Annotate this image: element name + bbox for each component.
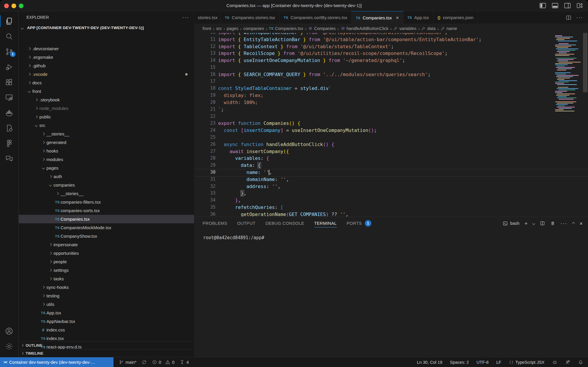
code-line-35[interactable]: 35 refetchQueries: [ [194,204,588,211]
status-radio-tower[interactable]: 4 [180,360,189,365]
tree-folder-node-modules[interactable]: node_modules [19,104,194,113]
line-number[interactable]: 29 [194,162,218,169]
code-line-29[interactable]: 29 data: { [194,162,588,169]
code-line-16[interactable]: 16import { SEARCH_COMPANY_QUERY } from '… [194,71,588,78]
status-lf[interactable]: LF [496,360,501,365]
tree-folder--ergomake[interactable]: .ergomake [19,53,194,61]
tree-file-companyshow-tsx[interactable]: TSCompanyShow.tsx [19,232,194,240]
new-terminal-icon[interactable]: + [524,221,528,226]
line-number[interactable]: 19 [194,92,218,99]
breadcrumb-item-variables[interactable]: variables [393,26,416,31]
breadcrumb-item-companies[interactable]: companies [243,26,264,31]
tree-folder-modules[interactable]: modules [19,155,194,164]
code-line-22[interactable]: 22 [194,113,588,120]
tree-file-companies-sorts-tsx[interactable]: TScompanies-sorts.tsx [19,206,194,215]
activity-remote-explorer-button[interactable] [0,90,19,105]
code-line-28[interactable]: 28 variables: { [194,155,588,162]
tree-file-app-tsx[interactable]: TSApp.tsx [19,309,194,317]
code-line-32[interactable]: 32 address: '', [194,183,588,190]
code-line-10[interactable]: 10import { WithTopBarContainer } from '@… [194,33,588,36]
line-number[interactable]: 11 [194,36,218,43]
code-line-15[interactable]: 15 [194,64,588,71]
panel-tab-debug-console[interactable]: DEBUG CONSOLE [265,217,304,230]
tree-folder-companies[interactable]: companies [19,181,194,189]
minimap[interactable] [554,33,581,217]
code-line-31[interactable]: 31 domainName: '', [194,176,588,183]
activity-dev-container-button[interactable] [0,120,19,136]
tree-folder-front[interactable]: front [19,87,194,95]
split-terminal-icon[interactable] [540,221,545,226]
line-number[interactable]: 30 [194,169,218,176]
breadcrumb-item-data[interactable]: data [421,26,435,31]
tree-file-companies-tsx[interactable]: TSCompanies.tsx [19,215,194,223]
code-line-33[interactable]: 33 }, [194,190,588,197]
line-number[interactable]: 34 [194,197,218,204]
code-line-18[interactable]: 18const StyledTableContainer = styled.di… [194,85,588,92]
close-panel-icon[interactable]: × [579,221,583,226]
code-line-26[interactable]: 26 async function handleAddButtonClick()… [194,141,588,148]
line-number[interactable]: 16 [194,71,218,78]
line-number[interactable]: 31 [194,176,218,183]
status-feedback[interactable] [565,360,570,365]
code-line-13[interactable]: 13import { RecoilScope } from '@/ui/util… [194,50,588,57]
activity-extensions-button[interactable] [0,75,19,90]
line-number[interactable]: 24 [194,127,218,134]
tab-companies-json[interactable]: {}companies.json [433,11,478,24]
toggle-secondary-sidebar-icon[interactable] [563,1,572,10]
toggle-panel-icon[interactable] [551,1,559,10]
explorer-more-icon[interactable]: ··· [182,14,189,21]
activity-source-control-button[interactable]: 1 [0,44,19,59]
status-branch[interactable]: main* [119,360,136,365]
line-number[interactable]: 22 [194,113,218,120]
line-number[interactable]: 12 [194,43,218,50]
tree-folder-sync-hooks[interactable]: sync-hooks [19,283,194,291]
tree-folder-settings[interactable]: settings [19,266,194,274]
breadcrumb-item-pages[interactable]: pages [227,26,238,31]
line-number[interactable]: 20 [194,99,218,106]
tree-file-appnavbar-tsx[interactable]: TSAppNavbar.tsx [19,317,194,326]
line-number[interactable]: 35 [194,204,218,211]
code-line-12[interactable]: 12import { TableContext } from '@/ui/tab… [194,43,588,50]
line-number[interactable]: 18 [194,85,218,92]
editor-more-icon[interactable]: ··· [576,14,583,21]
activity-comments-button[interactable] [0,151,19,166]
tree-folder-pages[interactable]: pages [19,164,194,172]
activity-search-button[interactable] [0,29,19,44]
line-number[interactable]: 23 [194,120,218,127]
tree-folder-src[interactable]: src [19,121,194,130]
maximize-panel-icon[interactable] [572,222,574,224]
line-number[interactable]: 36 [194,211,218,217]
tab-companies-tsx[interactable]: TSCompanies.tsx× [352,11,403,24]
breadcrumb-item-src[interactable]: src [216,26,222,31]
line-number[interactable]: 13 [194,50,218,57]
terminal-content[interactable]: root@0a42ecd84891:/app# [194,230,588,240]
status-spaces-2[interactable]: Spaces: 2 [450,360,469,365]
status-typescript-jsx[interactable]: TypeScript JSX [509,360,544,365]
tree-folder-docs[interactable]: docs [19,78,194,87]
code-line-27[interactable]: 27 await insertCompany({ [194,148,588,155]
activity-account-button[interactable] [0,324,19,339]
activity-settings-gear-button[interactable] [0,339,19,354]
tree-folder--github[interactable]: .github [19,61,194,70]
code-line-17[interactable]: 17 [194,78,588,85]
code-line-19[interactable]: 19 display: flex; [194,92,588,99]
timeline-section[interactable]: TIMELINE [19,349,194,357]
breadcrumb-item-companies-tsx[interactable]: TSCompanies.tsx [269,26,303,31]
breadcrumb-item-companies[interactable]: Companies [308,26,335,31]
line-number[interactable]: 26 [194,141,218,148]
tree-folder-opportunities[interactable]: opportunities [19,249,194,257]
status-sync[interactable] [142,360,147,365]
status-bell[interactable] [578,360,583,365]
code-line-23[interactable]: 23export function Companies() { [194,120,588,127]
tree-folder--devcontainer[interactable]: .devcontainer [19,44,194,53]
line-number[interactable]: 33 [194,190,218,197]
tree-folder--stories-[interactable]: __stories__ [19,130,194,138]
line-number[interactable]: 17 [194,78,218,85]
code-line-24[interactable]: 24 const [insertCompany] = useInsertOneC… [194,127,588,134]
tree-folder-impersonate[interactable]: impersonate [19,240,194,249]
editor-scrollbar[interactable] [583,33,587,92]
code-line-21[interactable]: 21`; [194,106,588,113]
activity-figma-button[interactable] [0,136,19,151]
terminal-dropdown-icon[interactable] [533,222,535,224]
remote-indicator[interactable]: >< Container dev-twenty-dev (dev-twenty-… [0,357,113,367]
